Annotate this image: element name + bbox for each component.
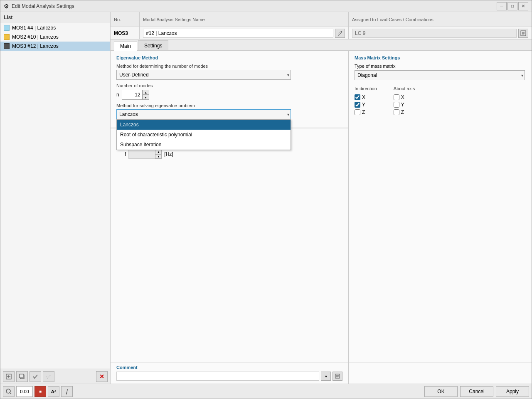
dropdown-option-root[interactable]: Root of characteristic polynomial — [117, 130, 291, 140]
cancel-button[interactable]: Cancel — [460, 386, 493, 397]
comment-row: Comment ▾ — [111, 362, 532, 384]
status-bar: 0.00 ■ A A ƒ OK Cancel Apply — [0, 384, 532, 399]
modes-group: Number of modes n ▲ ▼ — [116, 83, 342, 100]
color-status-btn[interactable]: ■ — [34, 386, 46, 397]
dir-z-checkbox[interactable] — [355, 109, 360, 115]
restore-button[interactable]: □ — [507, 2, 517, 10]
name-input[interactable] — [143, 29, 333, 38]
add-button[interactable] — [3, 371, 15, 382]
axis-y-row: Y — [394, 102, 415, 108]
dialog-buttons: OK Cancel Apply — [424, 386, 529, 397]
left-content: Eigenvalue Method Method for determining… — [111, 51, 349, 362]
text-status-btn[interactable]: A A — [48, 386, 59, 397]
comment-edit-btn[interactable] — [332, 372, 342, 381]
mass-select[interactable]: Diagonal Consistent Lumped — [355, 70, 525, 80]
dir-y-checkbox[interactable] — [355, 102, 360, 108]
axis-group: About axis X Y — [394, 86, 415, 115]
method-select[interactable]: User-Defined Based on frequency range Al… — [116, 70, 291, 80]
solve-dropdown-list: Lanczos Root of characteristic polynomia… — [116, 119, 291, 150]
no-label: No. — [114, 17, 121, 22]
svg-point-14 — [6, 389, 10, 393]
minimize-button[interactable]: ─ — [497, 2, 507, 10]
spin-down[interactable]: ▼ — [143, 95, 149, 100]
freq-spin-down[interactable]: ▼ — [155, 154, 162, 159]
n-input[interactable] — [122, 90, 143, 100]
svg-rect-4 — [20, 374, 23, 378]
comment-dropdown-btn[interactable]: ▾ — [321, 372, 331, 381]
dir-x-row: X — [355, 94, 377, 100]
mass-title: Mass Matrix Settings — [355, 55, 526, 60]
color-icon: ■ — [39, 389, 42, 394]
tab-settings[interactable]: Settings — [138, 40, 168, 50]
sub-header-row: MOS3 — [111, 27, 532, 39]
dir-x-checkbox[interactable] — [355, 94, 360, 100]
freq-row: f ▲ ▼ [Hz] — [116, 150, 342, 159]
comment-right — [349, 362, 532, 384]
main-area: No. Modal Analysis Settings Name Assigne… — [111, 12, 532, 384]
mass-type-label: Type of mass matrix — [355, 64, 526, 69]
method-label: Method for determining the number of mod… — [116, 64, 342, 69]
dropdown-option-lanczos[interactable]: Lanczos — [117, 120, 291, 130]
axis-y-checkbox[interactable] — [394, 102, 399, 108]
func-status-btn[interactable]: ƒ — [61, 386, 73, 397]
uncheck-button[interactable] — [43, 371, 54, 382]
right-content: Mass Matrix Settings Type of mass matrix… — [349, 51, 532, 362]
copy-button[interactable] — [16, 371, 28, 382]
axis-x-checkbox[interactable] — [394, 94, 399, 100]
left-expand-area — [111, 163, 348, 362]
axis-y-label: Y — [401, 102, 404, 108]
list-item[interactable]: MOS1 #4 | Lanczos — [0, 23, 110, 32]
header-row: No. Modal Analysis Settings Name Assigne… — [111, 12, 532, 27]
tab-main[interactable]: Main — [114, 41, 137, 51]
window-controls: ─ □ ✕ — [497, 2, 528, 10]
solve-select[interactable]: Lanczos Root of characteristic polynomia… — [116, 109, 291, 119]
freq-unit: [Hz] — [164, 151, 173, 157]
title-icon: ⚙ — [4, 3, 9, 10]
content-area: List MOS1 #4 | Lanczos MOS2 #10 | Lanczo… — [0, 12, 532, 384]
tabs-row: Main Settings — [111, 39, 532, 51]
freq-spin-up[interactable]: ▲ — [155, 150, 162, 154]
solve-dropdown-wrapper: Lanczos Root of characteristic polynomia… — [116, 109, 342, 119]
name-edit-button[interactable] — [335, 29, 345, 38]
comment-input[interactable] — [116, 372, 319, 381]
close-button[interactable]: ✕ — [518, 2, 528, 10]
eigenvalue-title: Eigenvalue Method — [116, 55, 342, 60]
mass-select-wrapper: Diagonal Consistent Lumped ▾ — [355, 70, 525, 80]
direction-group: In direction X Y — [355, 86, 377, 115]
check-button[interactable] — [30, 371, 41, 382]
direction-area: In direction X Y — [355, 86, 526, 115]
freq-input-wrapper: ▲ ▼ — [128, 150, 162, 159]
eigenvalue-section: Eigenvalue Method Method for determining… — [111, 51, 348, 127]
text-icon: A — [51, 389, 54, 394]
spin-up[interactable]: ▲ — [143, 90, 149, 95]
axis-x-label: X — [401, 94, 404, 100]
list-item[interactable]: MOS2 #10 | Lanczos — [0, 32, 110, 42]
list-item-label: MOS1 #4 | Lanczos — [12, 25, 56, 31]
axis-z-label: Z — [401, 109, 404, 115]
list-item-selected[interactable]: MOS3 #12 | Lanczos — [0, 42, 110, 51]
axis-z-checkbox[interactable] — [394, 109, 399, 115]
solve-group: Method for solving eigenvalue problem La… — [116, 103, 342, 119]
window-title: Edit Modal Analysis Settings — [12, 3, 494, 9]
axis-x-row: X — [394, 94, 415, 100]
name-label: Modal Analysis Settings Name — [143, 17, 205, 22]
lc-edit-button[interactable] — [518, 29, 528, 38]
item-icon-yellow — [4, 34, 10, 40]
n-label: n — [116, 92, 119, 98]
apply-button[interactable]: Apply — [496, 386, 529, 397]
dropdown-option-subspace[interactable]: Subspace iteration — [117, 140, 291, 150]
axis-z-row: Z — [394, 109, 415, 115]
f-label: f — [125, 151, 126, 157]
ok-button[interactable]: OK — [424, 386, 458, 397]
n-input-wrapper: ▲ ▼ — [122, 90, 149, 100]
lc-header-cell: Assigned to Load Cases / Combinations — [349, 12, 532, 27]
lc-label: Assigned to Load Cases / Combinations — [352, 17, 433, 22]
no-header-cell: No. — [111, 12, 140, 27]
comment-title: Comment — [116, 365, 342, 370]
delete-button[interactable]: ✕ — [96, 371, 108, 382]
modes-input-row: n ▲ ▼ — [116, 90, 342, 100]
dir-z-label: Z — [362, 109, 365, 115]
main-window: ⚙ Edit Modal Analysis Settings ─ □ ✕ Lis… — [0, 0, 532, 399]
search-status-btn[interactable] — [3, 386, 15, 397]
no-value-cell: MOS3 — [111, 27, 140, 39]
